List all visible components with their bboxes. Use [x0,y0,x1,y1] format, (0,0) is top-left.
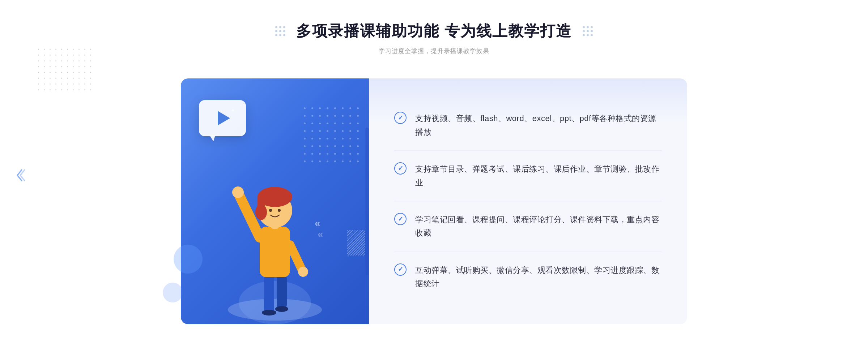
feature-text-4: 互动弹幕、试听购买、微信分享、观看次数限制、学习进度跟踪、数据统计 [415,263,662,291]
stripe-decoration [344,230,365,259]
svg-rect-3 [277,274,287,310]
svg-point-4 [262,310,276,315]
svg-rect-2 [264,274,274,313]
check-mark-2: ✓ [398,165,403,172]
check-circle-2: ✓ [394,162,407,175]
feature-item-1: ✓ 支持视频、音频、flash、word、excel、ppt、pdf等各种格式的… [394,100,662,151]
panel-accent-bar [365,128,369,275]
feature-text-2: 支持章节目录、弹题考试、课后练习、课后作业、章节测验、批改作业 [415,162,662,189]
svg-point-5 [275,306,288,312]
left-panel: ✦ ✦ [181,78,369,324]
svg-point-8 [232,186,244,198]
title-dots-right [583,26,593,36]
svg-point-16 [269,209,272,212]
svg-text:«: « [315,218,320,229]
deco-circle-large [174,245,203,274]
page-wrapper: 多项录播课辅助功能 专为线上教学打造 学习进度全掌握，提升录播课教学效果 [0,7,868,346]
svg-point-17 [278,209,281,212]
title-row: 多项录播课辅助功能 专为线上教学打造 [275,21,593,41]
check-circle-4: ✓ [394,263,407,276]
svg-point-10 [298,267,308,277]
feature-text-3: 学习笔记回看、课程提问、课程评论打分、课件资料下载，重点内容收藏 [415,213,662,240]
main-title: 多项录播课辅助功能 专为线上教学打造 [296,21,572,41]
feature-item-2: ✓ 支持章节目录、弹题考试、课后练习、课后作业、章节测验、批改作业 [394,151,662,201]
svg-rect-6 [260,227,290,277]
svg-point-15 [255,204,267,220]
feature-item-3: ✓ 学习笔记回看、课程提问、课程评论打分、课件资料下载，重点内容收藏 [394,201,662,252]
subtitle: 学习进度全掌握，提升录播课教学效果 [379,47,489,55]
check-mark-3: ✓ [398,216,403,222]
title-dots-left [275,26,285,36]
play-triangle-icon [218,111,230,125]
sparkle-star-2: ✦ [239,104,242,108]
feature-item-4: ✓ 互动弹幕、试听购买、微信分享、观看次数限制、学习进度跟踪、数据统计 [394,252,662,302]
right-panel: ✓ 支持视频、音频、flash、word、excel、ppt、pdf等各种格式的… [369,78,687,324]
svg-text:«: « [318,228,323,240]
svg-line-9 [290,245,302,270]
sparkle-star-1: ✦ [231,107,235,113]
feature-text-1: 支持视频、音频、flash、word、excel、ppt、pdf等各种格式的资源… [415,112,662,139]
check-circle-1: ✓ [394,112,407,124]
page-deco-arrows [14,166,25,186]
check-mark-1: ✓ [398,115,403,121]
check-circle-3: ✓ [394,213,407,225]
svg-point-1 [239,281,311,324]
content-section: ✦ ✦ [181,78,687,324]
header-section: 多项录播课辅助功能 专为线上教学打造 学习进度全掌握，提升录播课教学效果 [0,21,868,73]
deco-circle-small [163,283,183,302]
figure-illustration: « « [217,136,333,324]
content-area: ✦ ✦ [181,78,687,324]
check-mark-4: ✓ [398,266,403,272]
play-bubble [199,100,246,136]
